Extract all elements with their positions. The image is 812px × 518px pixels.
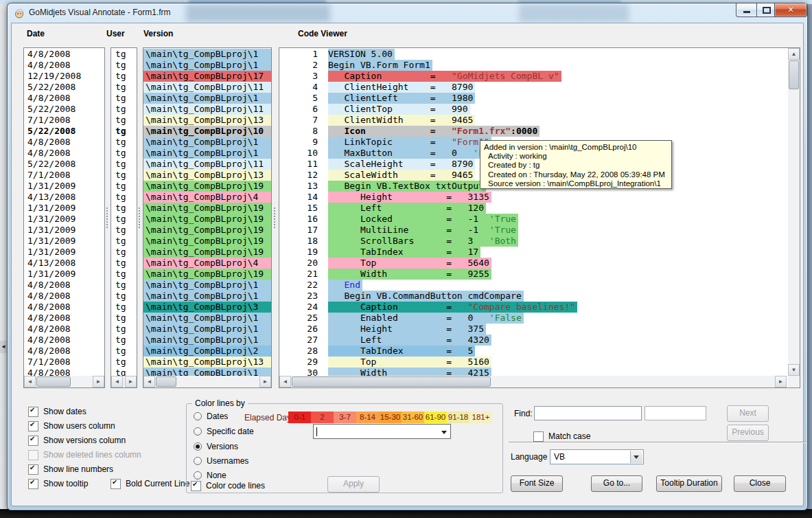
color-code-lines-checkbox[interactable]: Color code lines bbox=[191, 480, 265, 491]
list-row[interactable]: \main\tg_CompBLproj\19 bbox=[143, 214, 271, 225]
list-row[interactable]: \main\tg_CompBLproj\11 bbox=[143, 82, 271, 93]
specific-date-combobox[interactable] bbox=[313, 424, 451, 439]
list-row[interactable]: tg bbox=[111, 280, 137, 291]
list-row[interactable]: tg bbox=[111, 335, 137, 346]
list-row[interactable]: 4/8/2008 bbox=[24, 302, 104, 313]
code-line[interactable]: 7 ClientWidth = 9465 bbox=[279, 115, 788, 126]
list-row[interactable]: 1/31/2009 bbox=[24, 181, 104, 192]
list-row[interactable]: \main\tg_CompBLproj\1 bbox=[143, 148, 271, 159]
column-splitter[interactable] bbox=[273, 207, 276, 228]
list-row[interactable]: tg bbox=[111, 115, 137, 126]
list-row[interactable]: \main\tg_CompBLproj\19 bbox=[143, 247, 271, 258]
list-row[interactable]: tg bbox=[111, 192, 137, 203]
list-row[interactable]: tg bbox=[111, 49, 137, 60]
code-line[interactable]: 29 Top = 5160 bbox=[279, 357, 788, 368]
list-row[interactable]: 1/31/2009 bbox=[24, 203, 104, 214]
goto-button[interactable]: Go to... bbox=[591, 475, 642, 492]
list-row[interactable]: 4/8/2008 bbox=[24, 324, 104, 335]
list-row[interactable]: \main\tg_CompBLproj\1 bbox=[143, 280, 271, 291]
code-line[interactable]: 26 Height = 375 bbox=[279, 324, 788, 335]
code-line[interactable]: 30 Width = 4215 bbox=[279, 368, 788, 376]
user-list[interactable]: tgtgtgtgtgtgtgtgtgtgtgtgtgtgtgtgtgtgtgtg… bbox=[111, 47, 137, 388]
list-row[interactable]: \main\tg_CompBLproj\10 bbox=[143, 126, 271, 137]
bold-current-line-checkbox[interactable]: Bold Current Line bbox=[111, 478, 189, 489]
code-line[interactable]: 18 ScrollBars = 3 'Both bbox=[279, 236, 788, 247]
list-row[interactable]: tg bbox=[111, 346, 137, 357]
scroll-up-icon[interactable]: ▲ bbox=[788, 48, 800, 60]
show-dates-checkbox[interactable]: Show dates bbox=[28, 406, 86, 417]
code-line[interactable]: 23 Begin VB.CommandButton cmdCompare bbox=[279, 291, 788, 302]
list-row[interactable]: tg bbox=[111, 71, 137, 82]
language-dropdown[interactable]: VB bbox=[550, 449, 644, 464]
list-row[interactable]: 5/22/2008 bbox=[24, 82, 104, 93]
version-hscrollbar[interactable]: ◄ ► bbox=[143, 376, 271, 387]
list-row[interactable]: 1/31/2009 bbox=[24, 236, 104, 247]
list-row[interactable]: tg bbox=[111, 302, 137, 313]
code-line[interactable]: 20 Top = 5640 bbox=[279, 258, 788, 269]
code-hscrollbar[interactable]: ◄ ► bbox=[279, 376, 787, 387]
list-row[interactable]: tg bbox=[111, 170, 137, 181]
find-secondary-input[interactable] bbox=[645, 406, 706, 420]
list-row[interactable]: 4/8/2008 bbox=[24, 148, 104, 159]
scroll-right-icon[interactable]: ► bbox=[93, 376, 104, 387]
list-row[interactable]: \main\tg_CompBLproj\11 bbox=[143, 104, 271, 115]
list-row[interactable]: tg bbox=[111, 82, 137, 93]
code-line[interactable]: 3 Caption = "GoMidjets CompBL v" bbox=[279, 71, 788, 82]
list-row[interactable]: 1/31/2009 bbox=[24, 269, 104, 280]
list-row[interactable]: \main\tg_CompBLproj\1 bbox=[143, 49, 271, 60]
list-row[interactable]: \main\tg_CompBLproj\2 bbox=[143, 346, 271, 357]
list-row[interactable]: 4/8/2008 bbox=[24, 291, 104, 302]
scroll-left-icon[interactable]: ◄ bbox=[279, 376, 291, 387]
scroll-right-icon[interactable]: ► bbox=[775, 376, 787, 387]
next-button[interactable]: Next bbox=[727, 405, 769, 422]
list-row[interactable]: tg bbox=[111, 126, 137, 137]
minimize-button[interactable] bbox=[736, 3, 758, 17]
list-row[interactable]: \main\tg_CompBLproj\19 bbox=[143, 181, 271, 192]
code-line[interactable]: 25 Enabled = 0 'False bbox=[279, 313, 788, 324]
list-row[interactable]: tg bbox=[111, 236, 137, 247]
list-row[interactable]: \main\tg_CompBLproj\1 bbox=[143, 60, 271, 71]
list-row[interactable]: tg bbox=[111, 357, 137, 368]
list-row[interactable]: tg bbox=[111, 148, 137, 159]
list-row[interactable]: 4/8/2008 bbox=[24, 335, 104, 346]
column-splitter[interactable] bbox=[106, 207, 108, 228]
code-line[interactable]: 27 Left = 4320 bbox=[279, 335, 788, 346]
code-line[interactable]: 28 TabIndex = 5 bbox=[279, 346, 788, 357]
none-radio[interactable]: None bbox=[194, 470, 227, 481]
maximize-button[interactable] bbox=[756, 3, 776, 17]
code-viewer[interactable]: 1VERSION 5.002Begin VB.Form Form13 Capti… bbox=[279, 47, 800, 388]
scroll-left-icon[interactable]: ◄ bbox=[24, 376, 36, 387]
list-row[interactable]: 4/8/2008 bbox=[24, 49, 104, 60]
version-list[interactable]: \main\tg_CompBLproj\1\main\tg_CompBLproj… bbox=[143, 47, 272, 388]
code-line[interactable]: 21 Width = 9255 bbox=[279, 269, 788, 280]
list-row[interactable]: 4/8/2008 bbox=[24, 368, 104, 376]
scroll-right-icon[interactable]: ► bbox=[259, 376, 271, 387]
list-row[interactable]: 4/8/2008 bbox=[24, 93, 104, 104]
list-row[interactable]: \main\tg_CompBLproj\1 bbox=[143, 93, 271, 104]
list-row[interactable]: \main\tg_CompBLproj\13 bbox=[143, 170, 271, 181]
code-line[interactable]: 8 Icon = "Form1.frx":0000 bbox=[279, 126, 788, 137]
list-row[interactable]: 4/8/2008 bbox=[24, 60, 104, 71]
previous-button[interactable]: Previous bbox=[727, 425, 769, 441]
close-window-button[interactable]: ✕ bbox=[774, 3, 807, 17]
font-size-button[interactable]: Font Size bbox=[511, 475, 563, 492]
list-row[interactable]: \main\tg_CompBLproj\19 bbox=[143, 225, 271, 236]
list-row[interactable]: 4/13/2008 bbox=[24, 192, 104, 203]
code-line[interactable]: 17 MultiLine = -1 'True bbox=[279, 225, 788, 236]
list-row[interactable]: \main\tg_CompBLproj\13 bbox=[143, 115, 271, 126]
list-row[interactable]: tg bbox=[111, 247, 137, 258]
list-row[interactable]: tg bbox=[111, 269, 137, 280]
code-line[interactable]: 15 Left = 120 bbox=[279, 203, 788, 214]
list-row[interactable]: 12/19/2008 bbox=[24, 71, 104, 82]
list-row[interactable]: \main\tg_CompBLproj\19 bbox=[143, 269, 271, 280]
list-row[interactable]: \main\tg_CompBLproj\17 bbox=[143, 71, 271, 82]
dates-radio[interactable]: Dates bbox=[194, 411, 228, 422]
list-row[interactable]: 7/1/2008 bbox=[24, 170, 104, 181]
code-line[interactable]: 19 TabIndex = 17 bbox=[279, 247, 788, 258]
list-row[interactable]: tg bbox=[111, 368, 137, 376]
scroll-left-icon[interactable]: ◄ bbox=[111, 376, 123, 387]
list-row[interactable]: tg bbox=[111, 324, 137, 335]
scroll-thumb[interactable] bbox=[789, 60, 799, 89]
date-list[interactable]: 4/8/20084/8/200812/19/20085/22/20084/8/2… bbox=[23, 47, 105, 388]
code-line[interactable]: 2Begin VB.Form Form1 bbox=[279, 60, 788, 71]
